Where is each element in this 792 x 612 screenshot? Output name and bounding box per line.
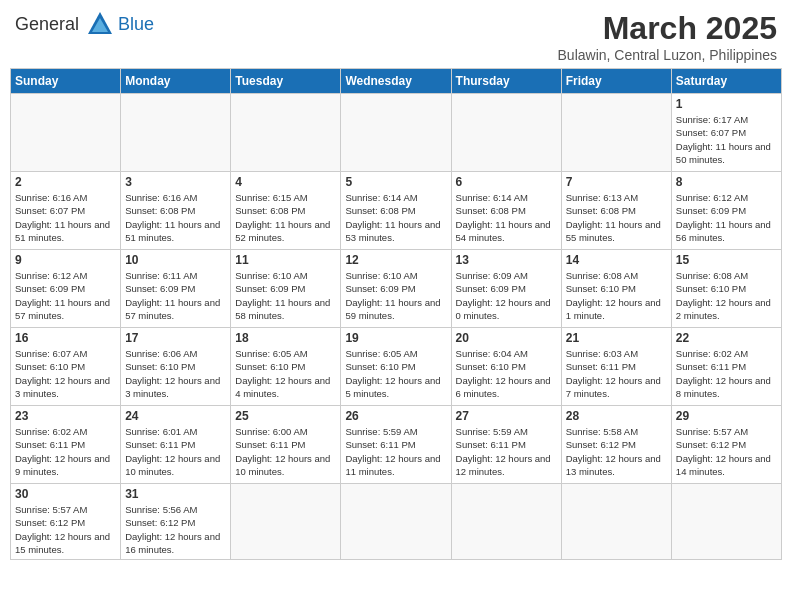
day-number: 28 — [566, 409, 667, 423]
day-cell-26: 26Sunrise: 5:59 AM Sunset: 6:11 PM Dayli… — [341, 406, 451, 484]
day-cell-15: 15Sunrise: 6:08 AM Sunset: 6:10 PM Dayli… — [671, 250, 781, 328]
day-cell-11: 11Sunrise: 6:10 AM Sunset: 6:09 PM Dayli… — [231, 250, 341, 328]
title-area: March 2025 Bulawin, Central Luzon, Phili… — [558, 10, 777, 63]
day-number: 30 — [15, 487, 116, 501]
day-cell-empty-2 — [231, 484, 341, 560]
day-info: Sunrise: 6:05 AM Sunset: 6:10 PM Dayligh… — [345, 347, 446, 400]
day-info: Sunrise: 5:57 AM Sunset: 6:12 PM Dayligh… — [15, 503, 116, 556]
day-cell-19: 19Sunrise: 6:05 AM Sunset: 6:10 PM Dayli… — [341, 328, 451, 406]
day-info: Sunrise: 5:57 AM Sunset: 6:12 PM Dayligh… — [676, 425, 777, 478]
day-cell-7: 7Sunrise: 6:13 AM Sunset: 6:08 PM Daylig… — [561, 172, 671, 250]
location-subtitle: Bulawin, Central Luzon, Philippines — [558, 47, 777, 63]
calendar-week-4: 16Sunrise: 6:07 AM Sunset: 6:10 PM Dayli… — [11, 328, 782, 406]
day-info: Sunrise: 6:08 AM Sunset: 6:10 PM Dayligh… — [566, 269, 667, 322]
logo-blue-text: Blue — [118, 14, 154, 35]
day-number: 11 — [235, 253, 336, 267]
day-cell-8: 8Sunrise: 6:12 AM Sunset: 6:09 PM Daylig… — [671, 172, 781, 250]
day-cell-empty-4 — [451, 94, 561, 172]
day-cell-25: 25Sunrise: 6:00 AM Sunset: 6:11 PM Dayli… — [231, 406, 341, 484]
day-cell-1: 1Sunrise: 6:17 AM Sunset: 6:07 PM Daylig… — [671, 94, 781, 172]
day-info: Sunrise: 5:59 AM Sunset: 6:11 PM Dayligh… — [345, 425, 446, 478]
day-number: 15 — [676, 253, 777, 267]
day-info: Sunrise: 5:59 AM Sunset: 6:11 PM Dayligh… — [456, 425, 557, 478]
day-number: 27 — [456, 409, 557, 423]
day-info: Sunrise: 6:14 AM Sunset: 6:08 PM Dayligh… — [456, 191, 557, 244]
day-number: 4 — [235, 175, 336, 189]
day-cell-24: 24Sunrise: 6:01 AM Sunset: 6:11 PM Dayli… — [121, 406, 231, 484]
day-number: 1 — [676, 97, 777, 111]
day-number: 23 — [15, 409, 116, 423]
day-cell-empty-3 — [341, 94, 451, 172]
day-info: Sunrise: 6:17 AM Sunset: 6:07 PM Dayligh… — [676, 113, 777, 166]
day-number: 16 — [15, 331, 116, 345]
day-cell-10: 10Sunrise: 6:11 AM Sunset: 6:09 PM Dayli… — [121, 250, 231, 328]
day-number: 7 — [566, 175, 667, 189]
day-info: Sunrise: 6:16 AM Sunset: 6:07 PM Dayligh… — [15, 191, 116, 244]
day-cell-16: 16Sunrise: 6:07 AM Sunset: 6:10 PM Dayli… — [11, 328, 121, 406]
day-cell-empty-2 — [231, 94, 341, 172]
calendar-container: SundayMondayTuesdayWednesdayThursdayFrid… — [10, 68, 782, 560]
day-cell-4: 4Sunrise: 6:15 AM Sunset: 6:08 PM Daylig… — [231, 172, 341, 250]
day-cell-empty-4 — [451, 484, 561, 560]
day-number: 26 — [345, 409, 446, 423]
logo-area: General Blue — [15, 10, 154, 38]
day-info: Sunrise: 6:02 AM Sunset: 6:11 PM Dayligh… — [676, 347, 777, 400]
day-number: 25 — [235, 409, 336, 423]
calendar-week-6: 30Sunrise: 5:57 AM Sunset: 6:12 PM Dayli… — [11, 484, 782, 560]
calendar-week-1: 1Sunrise: 6:17 AM Sunset: 6:07 PM Daylig… — [11, 94, 782, 172]
day-number: 19 — [345, 331, 446, 345]
day-cell-empty-1 — [121, 94, 231, 172]
day-cell-17: 17Sunrise: 6:06 AM Sunset: 6:10 PM Dayli… — [121, 328, 231, 406]
logo-icon — [86, 10, 114, 38]
day-cell-empty-5 — [561, 94, 671, 172]
day-cell-18: 18Sunrise: 6:05 AM Sunset: 6:10 PM Dayli… — [231, 328, 341, 406]
day-info: Sunrise: 6:10 AM Sunset: 6:09 PM Dayligh… — [235, 269, 336, 322]
logo-general-text: General — [15, 14, 79, 35]
day-number: 3 — [125, 175, 226, 189]
day-info: Sunrise: 6:12 AM Sunset: 6:09 PM Dayligh… — [15, 269, 116, 322]
day-number: 17 — [125, 331, 226, 345]
day-number: 20 — [456, 331, 557, 345]
day-number: 13 — [456, 253, 557, 267]
day-number: 10 — [125, 253, 226, 267]
day-info: Sunrise: 6:10 AM Sunset: 6:09 PM Dayligh… — [345, 269, 446, 322]
day-cell-12: 12Sunrise: 6:10 AM Sunset: 6:09 PM Dayli… — [341, 250, 451, 328]
day-cell-empty-3 — [341, 484, 451, 560]
day-cell-29: 29Sunrise: 5:57 AM Sunset: 6:12 PM Dayli… — [671, 406, 781, 484]
day-number: 8 — [676, 175, 777, 189]
day-header-monday: Monday — [121, 69, 231, 94]
day-cell-13: 13Sunrise: 6:09 AM Sunset: 6:09 PM Dayli… — [451, 250, 561, 328]
calendar-table: SundayMondayTuesdayWednesdayThursdayFrid… — [10, 68, 782, 560]
calendar-week-2: 2Sunrise: 6:16 AM Sunset: 6:07 PM Daylig… — [11, 172, 782, 250]
day-info: Sunrise: 6:01 AM Sunset: 6:11 PM Dayligh… — [125, 425, 226, 478]
day-info: Sunrise: 5:58 AM Sunset: 6:12 PM Dayligh… — [566, 425, 667, 478]
day-info: Sunrise: 6:07 AM Sunset: 6:10 PM Dayligh… — [15, 347, 116, 400]
day-cell-22: 22Sunrise: 6:02 AM Sunset: 6:11 PM Dayli… — [671, 328, 781, 406]
day-header-thursday: Thursday — [451, 69, 561, 94]
day-cell-3: 3Sunrise: 6:16 AM Sunset: 6:08 PM Daylig… — [121, 172, 231, 250]
day-cell-5: 5Sunrise: 6:14 AM Sunset: 6:08 PM Daylig… — [341, 172, 451, 250]
day-info: Sunrise: 6:15 AM Sunset: 6:08 PM Dayligh… — [235, 191, 336, 244]
day-number: 5 — [345, 175, 446, 189]
day-cell-28: 28Sunrise: 5:58 AM Sunset: 6:12 PM Dayli… — [561, 406, 671, 484]
day-info: Sunrise: 6:06 AM Sunset: 6:10 PM Dayligh… — [125, 347, 226, 400]
calendar-week-5: 23Sunrise: 6:02 AM Sunset: 6:11 PM Dayli… — [11, 406, 782, 484]
month-title: March 2025 — [558, 10, 777, 47]
day-header-wednesday: Wednesday — [341, 69, 451, 94]
day-cell-2: 2Sunrise: 6:16 AM Sunset: 6:07 PM Daylig… — [11, 172, 121, 250]
day-cell-20: 20Sunrise: 6:04 AM Sunset: 6:10 PM Dayli… — [451, 328, 561, 406]
day-number: 2 — [15, 175, 116, 189]
day-cell-27: 27Sunrise: 5:59 AM Sunset: 6:11 PM Dayli… — [451, 406, 561, 484]
day-info: Sunrise: 6:08 AM Sunset: 6:10 PM Dayligh… — [676, 269, 777, 322]
day-cell-empty-6 — [671, 484, 781, 560]
day-header-friday: Friday — [561, 69, 671, 94]
day-cell-empty-0 — [11, 94, 121, 172]
day-info: Sunrise: 6:12 AM Sunset: 6:09 PM Dayligh… — [676, 191, 777, 244]
day-info: Sunrise: 6:14 AM Sunset: 6:08 PM Dayligh… — [345, 191, 446, 244]
calendar-week-3: 9Sunrise: 6:12 AM Sunset: 6:09 PM Daylig… — [11, 250, 782, 328]
day-number: 12 — [345, 253, 446, 267]
day-number: 31 — [125, 487, 226, 501]
day-number: 14 — [566, 253, 667, 267]
day-cell-23: 23Sunrise: 6:02 AM Sunset: 6:11 PM Dayli… — [11, 406, 121, 484]
day-info: Sunrise: 6:11 AM Sunset: 6:09 PM Dayligh… — [125, 269, 226, 322]
